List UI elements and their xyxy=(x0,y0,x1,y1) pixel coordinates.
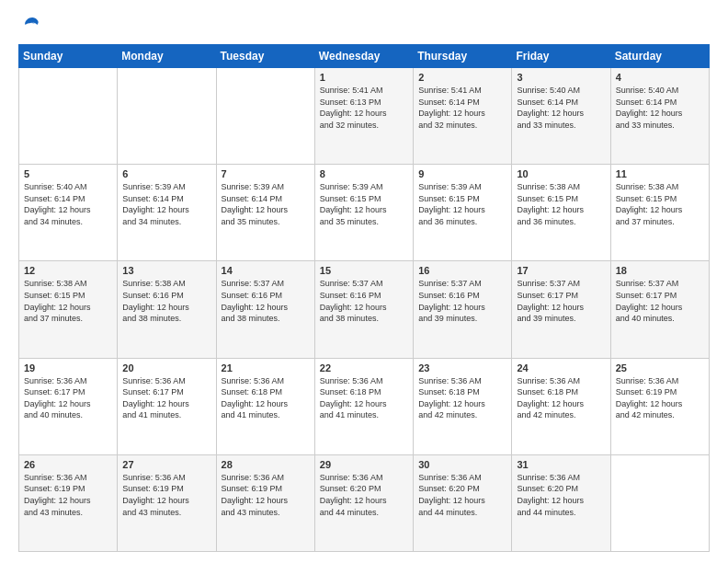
day-number: 23 xyxy=(418,362,506,373)
calendar-cell: 14Sunrise: 5:37 AM Sunset: 6:16 PM Dayli… xyxy=(216,261,314,358)
day-info: Sunrise: 5:41 AM Sunset: 6:14 PM Dayligh… xyxy=(418,85,506,131)
day-info: Sunrise: 5:36 AM Sunset: 6:17 PM Dayligh… xyxy=(122,375,210,421)
day-info: Sunrise: 5:36 AM Sunset: 6:18 PM Dayligh… xyxy=(418,375,506,421)
weekday-header-tuesday: Tuesday xyxy=(216,45,314,68)
day-number: 13 xyxy=(122,265,210,276)
day-info: Sunrise: 5:37 AM Sunset: 6:16 PM Dayligh… xyxy=(418,278,506,324)
calendar-cell: 12Sunrise: 5:38 AM Sunset: 6:15 PM Dayli… xyxy=(19,261,118,358)
day-number: 31 xyxy=(517,459,605,470)
calendar-cell xyxy=(19,68,118,165)
calendar-cell: 10Sunrise: 5:38 AM Sunset: 6:15 PM Dayli… xyxy=(512,165,610,261)
day-number: 29 xyxy=(320,459,408,470)
day-number: 30 xyxy=(418,459,506,470)
logo-bird-icon xyxy=(20,15,40,35)
weekday-header-friday: Friday xyxy=(512,45,610,68)
day-info: Sunrise: 5:36 AM Sunset: 6:17 PM Dayligh… xyxy=(24,375,112,421)
weekday-header-sunday: Sunday xyxy=(19,45,118,68)
day-number: 22 xyxy=(320,362,408,373)
day-number: 18 xyxy=(616,265,704,276)
day-info: Sunrise: 5:38 AM Sunset: 6:16 PM Dayligh… xyxy=(122,278,210,324)
calendar-cell: 8Sunrise: 5:39 AM Sunset: 6:15 PM Daylig… xyxy=(314,165,413,261)
day-number: 25 xyxy=(616,362,704,373)
calendar-cell xyxy=(216,68,314,165)
logo xyxy=(18,15,40,35)
day-info: Sunrise: 5:36 AM Sunset: 6:19 PM Dayligh… xyxy=(616,375,704,421)
weekday-header-thursday: Thursday xyxy=(414,45,512,68)
weekday-header-wednesday: Wednesday xyxy=(314,45,413,68)
calendar-cell: 21Sunrise: 5:36 AM Sunset: 6:18 PM Dayli… xyxy=(216,358,314,454)
calendar-cell: 11Sunrise: 5:38 AM Sunset: 6:15 PM Dayli… xyxy=(610,165,709,261)
day-number: 7 xyxy=(222,168,310,179)
day-info: Sunrise: 5:36 AM Sunset: 6:19 PM Dayligh… xyxy=(222,472,310,518)
day-number: 8 xyxy=(320,168,408,179)
day-info: Sunrise: 5:38 AM Sunset: 6:15 PM Dayligh… xyxy=(24,278,112,324)
calendar-cell: 18Sunrise: 5:37 AM Sunset: 6:17 PM Dayli… xyxy=(610,261,709,358)
day-number: 17 xyxy=(517,265,605,276)
calendar-cell: 25Sunrise: 5:36 AM Sunset: 6:19 PM Dayli… xyxy=(610,358,709,454)
day-number: 12 xyxy=(24,265,112,276)
calendar-cell: 24Sunrise: 5:36 AM Sunset: 6:18 PM Dayli… xyxy=(512,358,610,454)
day-info: Sunrise: 5:37 AM Sunset: 6:16 PM Dayligh… xyxy=(320,278,408,324)
day-info: Sunrise: 5:36 AM Sunset: 6:18 PM Dayligh… xyxy=(517,375,605,421)
day-number: 21 xyxy=(222,362,310,373)
weekday-header-row: SundayMondayTuesdayWednesdayThursdayFrid… xyxy=(19,45,710,68)
day-number: 16 xyxy=(418,265,506,276)
day-number: 28 xyxy=(222,459,310,470)
calendar-cell: 30Sunrise: 5:36 AM Sunset: 6:20 PM Dayli… xyxy=(414,454,512,551)
header xyxy=(18,15,710,35)
day-number: 24 xyxy=(517,362,605,373)
day-info: Sunrise: 5:41 AM Sunset: 6:13 PM Dayligh… xyxy=(320,85,408,131)
day-info: Sunrise: 5:40 AM Sunset: 6:14 PM Dayligh… xyxy=(24,181,112,227)
day-info: Sunrise: 5:39 AM Sunset: 6:15 PM Dayligh… xyxy=(418,181,506,227)
calendar-cell: 20Sunrise: 5:36 AM Sunset: 6:17 PM Dayli… xyxy=(118,358,216,454)
day-info: Sunrise: 5:36 AM Sunset: 6:20 PM Dayligh… xyxy=(517,472,605,518)
day-info: Sunrise: 5:36 AM Sunset: 6:20 PM Dayligh… xyxy=(320,472,408,518)
calendar-cell: 28Sunrise: 5:36 AM Sunset: 6:19 PM Dayli… xyxy=(216,454,314,551)
day-info: Sunrise: 5:37 AM Sunset: 6:17 PM Dayligh… xyxy=(517,278,605,324)
calendar-cell xyxy=(610,454,709,551)
calendar-cell: 26Sunrise: 5:36 AM Sunset: 6:19 PM Dayli… xyxy=(19,454,118,551)
calendar-week-row: 1Sunrise: 5:41 AM Sunset: 6:13 PM Daylig… xyxy=(19,68,710,165)
calendar-cell: 22Sunrise: 5:36 AM Sunset: 6:18 PM Dayli… xyxy=(314,358,413,454)
calendar-cell: 3Sunrise: 5:40 AM Sunset: 6:14 PM Daylig… xyxy=(512,68,610,165)
calendar-cell: 15Sunrise: 5:37 AM Sunset: 6:16 PM Dayli… xyxy=(314,261,413,358)
day-number: 5 xyxy=(24,168,112,179)
day-info: Sunrise: 5:38 AM Sunset: 6:15 PM Dayligh… xyxy=(616,181,704,227)
calendar-cell: 13Sunrise: 5:38 AM Sunset: 6:16 PM Dayli… xyxy=(118,261,216,358)
day-info: Sunrise: 5:36 AM Sunset: 6:19 PM Dayligh… xyxy=(24,472,112,518)
day-number: 26 xyxy=(24,459,112,470)
day-number: 6 xyxy=(122,168,210,179)
day-info: Sunrise: 5:36 AM Sunset: 6:20 PM Dayligh… xyxy=(418,472,506,518)
day-number: 10 xyxy=(517,168,605,179)
calendar-cell: 16Sunrise: 5:37 AM Sunset: 6:16 PM Dayli… xyxy=(414,261,512,358)
calendar-cell: 2Sunrise: 5:41 AM Sunset: 6:14 PM Daylig… xyxy=(414,68,512,165)
day-number: 27 xyxy=(122,459,210,470)
day-number: 19 xyxy=(24,362,112,373)
calendar-cell: 17Sunrise: 5:37 AM Sunset: 6:17 PM Dayli… xyxy=(512,261,610,358)
calendar-cell: 29Sunrise: 5:36 AM Sunset: 6:20 PM Dayli… xyxy=(314,454,413,551)
calendar-cell: 6Sunrise: 5:39 AM Sunset: 6:14 PM Daylig… xyxy=(118,165,216,261)
calendar-week-row: 5Sunrise: 5:40 AM Sunset: 6:14 PM Daylig… xyxy=(19,165,710,261)
day-info: Sunrise: 5:37 AM Sunset: 6:17 PM Dayligh… xyxy=(616,278,704,324)
calendar-cell: 7Sunrise: 5:39 AM Sunset: 6:14 PM Daylig… xyxy=(216,165,314,261)
day-info: Sunrise: 5:36 AM Sunset: 6:19 PM Dayligh… xyxy=(122,472,210,518)
day-number: 20 xyxy=(122,362,210,373)
calendar-cell: 31Sunrise: 5:36 AM Sunset: 6:20 PM Dayli… xyxy=(512,454,610,551)
calendar-cell: 19Sunrise: 5:36 AM Sunset: 6:17 PM Dayli… xyxy=(19,358,118,454)
day-number: 9 xyxy=(418,168,506,179)
day-info: Sunrise: 5:39 AM Sunset: 6:14 PM Dayligh… xyxy=(222,181,310,227)
page: SundayMondayTuesdayWednesdayThursdayFrid… xyxy=(0,0,728,563)
day-number: 11 xyxy=(616,168,704,179)
day-info: Sunrise: 5:37 AM Sunset: 6:16 PM Dayligh… xyxy=(222,278,310,324)
calendar-cell: 27Sunrise: 5:36 AM Sunset: 6:19 PM Dayli… xyxy=(118,454,216,551)
calendar-cell: 9Sunrise: 5:39 AM Sunset: 6:15 PM Daylig… xyxy=(414,165,512,261)
day-info: Sunrise: 5:40 AM Sunset: 6:14 PM Dayligh… xyxy=(517,85,605,131)
calendar-cell: 4Sunrise: 5:40 AM Sunset: 6:14 PM Daylig… xyxy=(610,68,709,165)
day-info: Sunrise: 5:36 AM Sunset: 6:18 PM Dayligh… xyxy=(222,375,310,421)
calendar-cell: 1Sunrise: 5:41 AM Sunset: 6:13 PM Daylig… xyxy=(314,68,413,165)
day-info: Sunrise: 5:40 AM Sunset: 6:14 PM Dayligh… xyxy=(616,85,704,131)
day-info: Sunrise: 5:38 AM Sunset: 6:15 PM Dayligh… xyxy=(517,181,605,227)
day-number: 1 xyxy=(320,72,408,83)
calendar-week-row: 12Sunrise: 5:38 AM Sunset: 6:15 PM Dayli… xyxy=(19,261,710,358)
calendar-cell: 5Sunrise: 5:40 AM Sunset: 6:14 PM Daylig… xyxy=(19,165,118,261)
